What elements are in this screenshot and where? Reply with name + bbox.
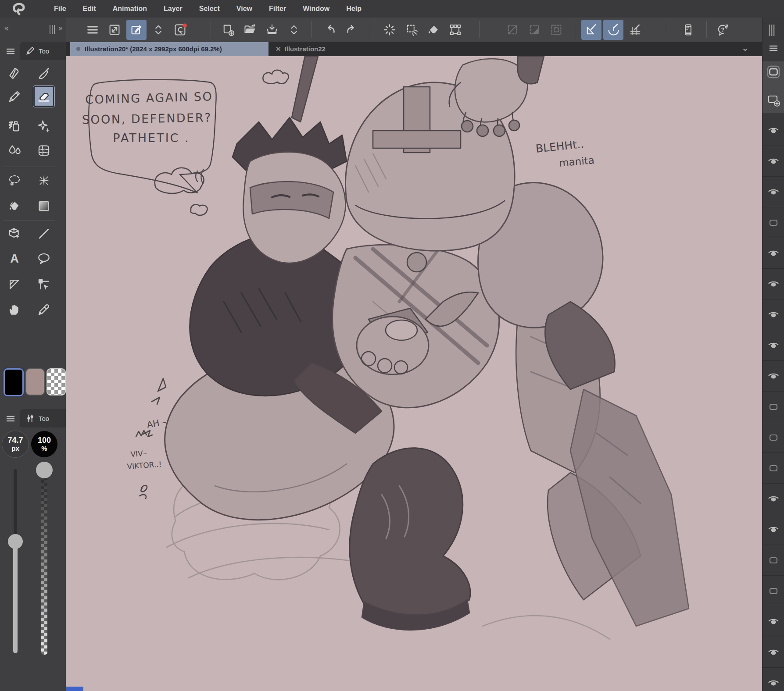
drawing-canvas[interactable]: COMING AGAIN SO SOON, DEFENDER? PATHETIC… (66, 56, 762, 691)
tab-close-icon[interactable]: ✕ (276, 45, 281, 53)
layer-visible-eye-icon[interactable] (767, 371, 780, 381)
layer-hidden-box-icon[interactable] (767, 586, 780, 596)
layer-visible-eye-icon[interactable] (767, 156, 780, 167)
toolbar-group (319, 20, 363, 40)
rail-grip-icon[interactable] (768, 24, 775, 37)
rail-selected-block (763, 61, 784, 113)
tool-brush[interactable] (33, 63, 54, 84)
toolbar-separator (667, 21, 667, 38)
layer-visible-eye-icon[interactable] (767, 187, 780, 197)
layer-hidden-box-icon[interactable] (767, 463, 780, 474)
object-mover-icon[interactable] (126, 20, 147, 40)
panel-menu-icon[interactable] (82, 20, 103, 40)
companion-mode-icon[interactable] (678, 20, 698, 40)
tab-illustration22[interactable]: ✕ Illustration22 (271, 42, 326, 56)
tool-group-separator (4, 221, 55, 221)
tool-property-menu-icon[interactable] (5, 413, 16, 424)
fill-enclosed-icon[interactable] (423, 20, 444, 40)
opacity-badge[interactable]: 100 % (31, 431, 57, 457)
layer-visible-eye-icon[interactable] (767, 647, 780, 658)
snap-special-ruler-icon[interactable] (603, 20, 623, 40)
tool-decoration[interactable] (33, 116, 54, 137)
new-layer-icon[interactable] (766, 93, 780, 107)
tool-frame-border[interactable] (4, 274, 25, 295)
tool-liquify[interactable] (33, 140, 54, 161)
tool-lasso[interactable] (4, 170, 25, 191)
deselect-icon[interactable] (502, 20, 523, 40)
main-color-swatch[interactable] (4, 368, 24, 396)
tool-object-3d[interactable] (4, 223, 25, 244)
redo-icon[interactable] (342, 20, 362, 40)
layer-hidden-box-icon[interactable] (767, 432, 780, 443)
layer-visible-eye-icon[interactable] (767, 678, 780, 688)
menu-edit[interactable]: Edit (75, 0, 104, 18)
layer-visible-eye-icon[interactable] (767, 616, 780, 627)
collapse-left-icon[interactable]: « (4, 24, 8, 32)
snap-ruler-icon[interactable] (581, 20, 601, 40)
menu-window[interactable]: Window (294, 0, 338, 18)
tool-figure-line[interactable] (33, 223, 54, 244)
updown-chevron-icon[interactable] (284, 20, 304, 40)
layer-visible-eye-icon[interactable] (767, 279, 780, 289)
tool-hand[interactable] (4, 299, 25, 320)
layer-hidden-box-icon[interactable] (767, 217, 780, 228)
tool-pencil[interactable] (4, 86, 25, 107)
tab-overflow-chevron-icon[interactable]: ⌄ (741, 43, 749, 53)
new-canvas-icon[interactable] (218, 20, 238, 40)
snap-grid-icon[interactable] (625, 20, 645, 40)
undo-icon[interactable] (320, 20, 340, 40)
tool-panel-menu-icon[interactable] (5, 46, 16, 57)
brush-size-slider-knob[interactable] (8, 534, 23, 549)
updown-chevron-icon[interactable] (148, 20, 168, 40)
layer-visible-eye-icon[interactable] (767, 310, 780, 320)
expand-right-icon[interactable]: » (58, 24, 62, 32)
layer-thumbnail-icon[interactable] (766, 65, 780, 79)
tool-blend[interactable] (4, 140, 25, 161)
layer-hidden-box-icon[interactable] (767, 402, 780, 412)
layer-visible-eye-icon[interactable] (767, 524, 780, 535)
tool-panel-header: Too (0, 42, 66, 60)
tool-balloon[interactable] (33, 248, 54, 269)
clear-selection-icon[interactable] (401, 20, 422, 40)
tool-text[interactable]: A (4, 248, 25, 269)
save-file-icon[interactable] (262, 20, 282, 40)
menu-help[interactable]: Help (338, 0, 370, 18)
clear-layer-icon[interactable] (379, 20, 400, 40)
menu-select[interactable]: Select (191, 0, 228, 18)
clip-studio-open-icon[interactable] (170, 20, 190, 40)
tool-correct-line[interactable] (33, 274, 54, 295)
transparent-color-swatch[interactable] (47, 368, 66, 395)
layer-hidden-box-icon[interactable] (767, 555, 780, 566)
tool-fill[interactable] (4, 196, 25, 217)
open-file-icon[interactable] (240, 20, 260, 40)
brush-size-badge[interactable]: 74.7 px (2, 431, 29, 457)
transform-icon[interactable] (445, 20, 465, 40)
layer-visible-eye-icon[interactable] (767, 125, 780, 136)
layer-visible-eye-icon[interactable] (767, 494, 780, 504)
workspace-swap-icon[interactable] (104, 20, 125, 40)
rail-menu-icon[interactable] (768, 43, 779, 53)
menu-layer[interactable]: Layer (155, 0, 191, 18)
panel-grip-icon[interactable] (49, 25, 55, 34)
help-bubble-icon[interactable]: ? (713, 20, 733, 40)
menu-file[interactable]: File (46, 0, 75, 18)
tool-auto-select[interactable] (33, 170, 54, 191)
tool-airbrush[interactable] (4, 116, 25, 137)
selection-border-icon[interactable] (546, 20, 566, 40)
layer-visible-eye-icon[interactable] (767, 340, 780, 351)
tool-gradient[interactable] (33, 196, 54, 217)
tool-panel-tab[interactable]: Too (20, 42, 66, 60)
opacity-slider-knob[interactable] (36, 462, 53, 478)
tab-illustration20[interactable]: Illustration20* (2824 x 2992px 600dpi 69… (70, 42, 268, 56)
sub-color-swatch[interactable] (25, 368, 45, 395)
layer-row (763, 176, 784, 207)
invert-selection-icon[interactable] (524, 20, 544, 40)
menu-animation[interactable]: Animation (104, 0, 155, 18)
layer-visible-eye-icon[interactable] (767, 248, 780, 259)
menu-filter[interactable]: Filter (261, 0, 294, 18)
tool-pen[interactable] (4, 63, 25, 84)
tool-eyedropper[interactable] (33, 299, 54, 320)
menu-view[interactable]: View (228, 0, 261, 18)
tool-eraser[interactable] (33, 86, 54, 107)
tool-property-tab[interactable]: Too (20, 409, 66, 427)
